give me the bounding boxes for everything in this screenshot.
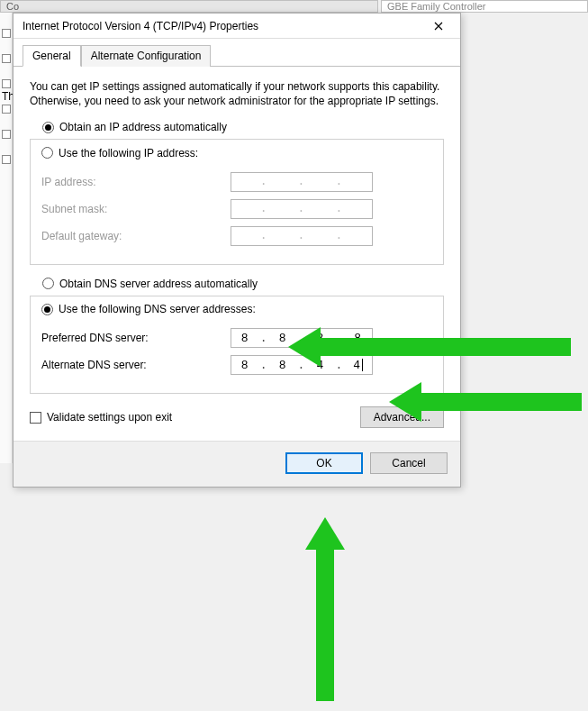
radio-label: Use the following DNS server addresses: — [59, 303, 256, 315]
tabstrip: General Alternate Configuration — [14, 39, 460, 67]
text-cursor — [362, 359, 363, 371]
dns-manual-group: Use the following DNS server addresses: … — [30, 296, 444, 395]
row-alternate-dns: Alternate DNS server: 8. 8. 4. 4 — [41, 355, 432, 375]
close-button[interactable] — [421, 15, 457, 37]
ip-address-input: ... — [231, 172, 373, 192]
subnet-mask-label: Subnet mask: — [41, 203, 231, 215]
background-left-strip — [0, 13, 13, 463]
radio-label: Obtain DNS server address automatically — [59, 278, 258, 290]
close-icon — [434, 22, 443, 31]
row-default-gateway: Default gateway: ... — [41, 226, 432, 246]
advanced-button[interactable]: Advanced... — [360, 406, 444, 428]
description-text: You can get IP settings assigned automat… — [30, 79, 444, 108]
radio-icon — [41, 147, 53, 159]
titlebar[interactable]: Internet Protocol Version 4 (TCP/IPv4) P… — [14, 14, 460, 39]
ok-button[interactable]: OK — [285, 452, 363, 474]
radio-use-following-dns[interactable]: Use the following DNS server addresses: — [41, 303, 261, 315]
dialog-button-row: OK Cancel — [14, 441, 460, 487]
ip-manual-group: Use the following IP address: IP address… — [30, 139, 444, 265]
background-adapter-name-fragment: GBE Family Controller — [381, 0, 588, 13]
radio-use-following-ip[interactable]: Use the following IP address: — [41, 147, 204, 160]
row-ip-address: IP address: ... — [41, 172, 432, 192]
ip-address-label: IP address: — [41, 176, 231, 188]
alternate-dns-label: Alternate DNS server: — [41, 359, 231, 371]
checkbox-label: Validate settings upon exit — [47, 411, 172, 424]
row-preferred-dns: Preferred DNS server: 8. 8. 8. 8 — [41, 328, 432, 348]
default-gateway-label: Default gateway: — [41, 230, 231, 242]
radio-obtain-ip-automatically[interactable]: Obtain an IP address automatically — [42, 121, 444, 133]
preferred-dns-input[interactable]: 8. 8. 8. 8 — [231, 328, 373, 348]
row-subnet-mask: Subnet mask: ... — [41, 199, 432, 219]
radio-label: Use the following IP address: — [59, 147, 198, 160]
radio-icon — [41, 304, 53, 315]
checkbox-validate-settings[interactable]: Validate settings upon exit — [30, 411, 172, 424]
annotation-arrow-ok-button — [305, 517, 345, 697]
radio-obtain-dns-automatically[interactable]: Obtain DNS server address automatically — [42, 278, 444, 290]
alternate-dns-input[interactable]: 8. 8. 4. 4 — [231, 355, 373, 375]
ipv4-properties-dialog: Internet Protocol Version 4 (TCP/IPv4) P… — [13, 13, 461, 488]
radio-icon — [42, 278, 54, 289]
preferred-dns-label: Preferred DNS server: — [41, 332, 231, 344]
cancel-button[interactable]: Cancel — [370, 452, 448, 474]
background-window-titlebar-fragment: Co — [0, 0, 378, 13]
tab-general[interactable]: General — [23, 45, 81, 67]
tab-body-general: You can get IP settings assigned automat… — [14, 67, 460, 441]
radio-icon — [42, 122, 54, 133]
default-gateway-input: ... — [231, 226, 373, 246]
tab-alternate-configuration[interactable]: Alternate Configuration — [81, 45, 212, 67]
dialog-title: Internet Protocol Version 4 (TCP/IPv4) P… — [23, 20, 421, 32]
radio-label: Obtain an IP address automatically — [59, 121, 227, 133]
checkbox-icon — [30, 412, 41, 424]
subnet-mask-input: ... — [231, 199, 373, 219]
